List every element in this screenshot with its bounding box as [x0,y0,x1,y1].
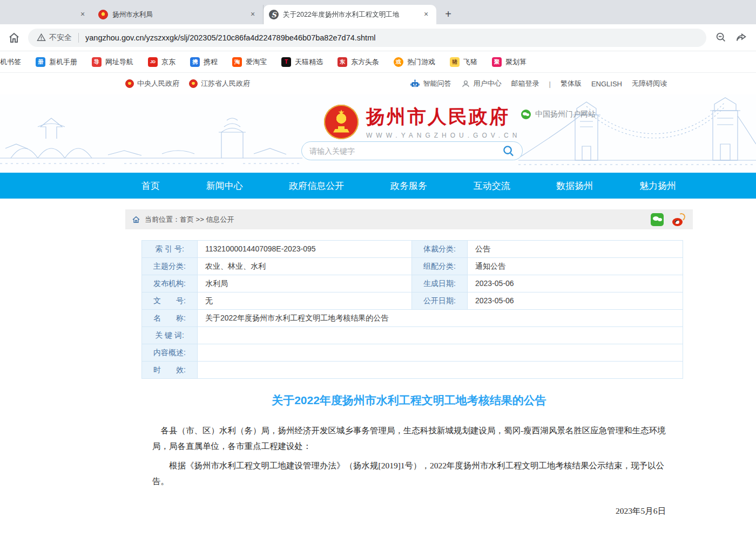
meta-value-name: 关于2022年度扬州市水利工程文明工地考核结果的公告 [198,310,683,327]
bookmark-tmall[interactable]: T 天猫精选 [281,57,323,67]
bookmark-ctrip[interactable]: 携 携程 [190,57,218,67]
robot-icon [410,79,420,89]
wechat-share-icon[interactable] [651,213,664,226]
bookmark-juhuasuan[interactable]: 聚 聚划算 [492,57,526,67]
search-icon[interactable] [502,145,515,157]
accessibility-label: 无障碍阅读 [632,79,667,88]
home-icon [132,215,140,224]
site-header: 扬州市人民政府 WWW.YANGZHOU.GOV.CN 中国扬州门户网站 [0,94,756,173]
bookmark-phone-bookmarks[interactable]: 机书签 [0,57,21,67]
meta-value-keywords [198,327,683,344]
article-paragraph: 各县（市、区）水利（务）局，扬州经济开发区城乡事务管理局，生态科技新城规划建设局… [152,423,666,454]
bookmark-label: 热门游戏 [407,57,435,67]
meta-value-summary [198,344,683,362]
url-text[interactable]: yangzhou.gov.cn/yzszxxgk/slj/202305/210c… [85,33,375,42]
bookmark-label: 飞猪 [463,57,477,67]
meta-label-name: 名 称: [142,310,198,327]
site-brand[interactable]: 扬州市人民政府 WWW.YANGZHOU.GOV.CN [324,104,521,139]
article-body: 各县（市、区）水利（务）局，扬州经济开发区城乡事务管理局，生态科技新城规划建设局… [125,423,693,538]
meta-label-genre: 体裁分类: [412,241,468,258]
search-input[interactable] [309,147,502,155]
zoom-out-icon[interactable] [715,31,728,44]
national-emblem-icon [189,79,198,88]
traditional-label: 繁体版 [561,79,582,88]
meta-label-publisher: 发布机构: [142,275,198,292]
nav-item-home[interactable]: 首页 [141,180,160,192]
wechat-icon [521,110,531,119]
traditional-version-link[interactable]: 繁体版 [561,79,582,88]
bookmark-jd[interactable]: JD 京东 [148,57,176,67]
close-icon[interactable]: × [78,10,87,19]
link-jiangsu-government[interactable]: 江苏省人民政府 [189,79,250,88]
bookmark-manual[interactable]: 册 新机手册 [36,57,77,67]
user-center-link[interactable]: 用户中心 [461,79,502,88]
article-date: 2023年5月6日 [152,503,666,519]
site-url: WWW.YANGZHOU.GOV.CN [366,132,521,139]
breadcrumb-prefix: 当前位置： [145,215,180,224]
site-search[interactable] [301,141,523,160]
english-version-link[interactable]: ENGLISH [591,80,622,88]
utility-bar: 中央人民政府 江苏省人民政府 智能问答 用户中心 邮箱登录 | 繁体版 ENGL… [0,73,756,94]
weibo-share-icon[interactable] [672,213,685,226]
tab-cutoff[interactable]: × [0,5,93,24]
bookmarks-bar: 机书签 册 新机手册 导 网址导航 JD 京东 携 携程 淘 爱淘宝 T 天猫精… [0,51,756,73]
games-icon: 戏 [394,57,403,67]
nav-item-interaction[interactable]: 互动交流 [474,180,510,192]
nav-item-data[interactable]: 数据扬州 [556,180,593,192]
tab-yangzhou-water-bureau[interactable]: ★ 扬州市水利局 × [93,5,264,24]
meta-label-summary: 内容概述: [142,344,198,362]
portal-label: 中国扬州门户网站 [535,110,596,119]
meta-value-publisher: 水利局 [198,275,412,292]
address-bar[interactable]: 不安全 yangzhou.gov.cn/yzszxxgk/slj/202305/… [28,29,706,47]
national-emblem-icon [125,79,134,88]
close-icon[interactable]: × [421,10,431,19]
home-icon[interactable] [8,31,21,44]
tab-title: 扬州市水利局 [112,10,245,19]
divider: | [549,80,551,88]
nav-site-icon: 导 [92,57,102,67]
nav-item-info-disclosure[interactable]: 政府信息公开 [289,180,344,192]
mail-login-label: 邮箱登录 [511,79,539,88]
mail-login-link[interactable]: 邮箱登录 [511,79,539,88]
bookmark-label: 京东 [161,57,176,67]
bookmark-fliggy[interactable]: 猪 飞猪 [450,57,477,67]
browser-logo-favicon: S [269,10,279,19]
breadcrumb-path[interactable]: 首页 >> 信息公开 [180,215,234,224]
share-icon[interactable] [735,31,748,44]
bookmark-games[interactable]: 戏 热门游戏 [394,57,435,67]
meta-value-created-date: 2023-05-06 [468,275,683,292]
bookmark-label: 聚划算 [505,57,526,67]
link-central-government[interactable]: 中央人民政府 [125,79,179,88]
smart-qa-link[interactable]: 智能问答 [410,79,451,89]
close-icon[interactable]: × [248,10,258,19]
bookmark-label: 新机手册 [49,57,77,67]
juhuasuan-icon: 聚 [492,57,502,67]
bookmark-label: 网址导航 [105,57,133,67]
tab-title: 关于2022年度扬州市水利工程文明工地 [283,10,418,19]
accessibility-link[interactable]: 无障碍阅读 [632,79,667,88]
meta-label-group: 组配分类: [412,258,468,275]
nav-item-charm[interactable]: 魅力扬州 [639,180,676,192]
bookmark-nav-site[interactable]: 导 网址导航 [92,57,133,67]
jd-icon: JD [148,57,158,67]
bookmark-aitaobao[interactable]: 淘 爱淘宝 [232,57,267,67]
site-title: 扬州市人民政府 [366,104,521,130]
bookmark-eastday[interactable]: 东 东方头条 [338,57,379,67]
taobao-icon: 淘 [232,57,242,67]
not-secure-warning[interactable]: 不安全 [37,33,72,43]
main-navigation: 首页 新闻中心 政府信息公开 政务服务 互动交流 数据扬州 魅力扬州 [0,173,756,199]
smart-qa-label: 智能问答 [423,79,451,88]
tab-active-announcement[interactable]: S 关于2022年度扬州市水利工程文明工地 × [264,5,436,24]
fliggy-icon: 猪 [450,57,460,67]
meta-label-validity: 时 效: [142,362,198,379]
nav-item-news[interactable]: 新闻中心 [206,180,243,192]
bookmark-label: 天猫精选 [295,57,323,67]
breadcrumb: 当前位置： 首页 >> 信息公开 [125,209,693,229]
nav-item-services[interactable]: 政务服务 [390,180,427,192]
user-icon [461,79,470,88]
bookmark-label: 携程 [204,57,218,67]
bookmark-label: 爱淘宝 [246,57,267,67]
page-content: 当前位置： 首页 >> 信息公开 索 引 号: 1132100001440709… [125,209,693,538]
meta-value-validity [198,362,683,379]
new-tab-button[interactable]: + [441,7,456,22]
